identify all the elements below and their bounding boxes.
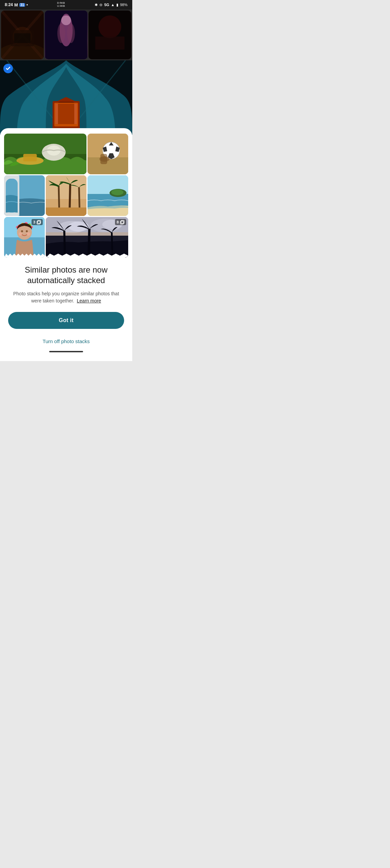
svg-point-52 [111,189,123,195]
network-5g: 5G [104,3,109,7]
girl-portrait-photo[interactable]: 3 [4,217,45,258]
top-photo-3[interactable]: ⋮ [89,11,131,59]
svg-rect-31 [23,154,37,161]
main-title: Similar photos are now automatically sta… [8,264,124,285]
battery-percent: 98% [120,3,128,7]
svg-point-9 [57,23,65,43]
svg-point-60 [21,230,23,232]
aerial-photo[interactable] [4,175,45,216]
learn-more-link[interactable]: Learn more [77,298,101,303]
time-display: 8:24 [5,2,13,7]
svg-rect-25 [74,104,77,124]
svg-line-75 [89,229,90,258]
home-indicator [0,348,132,354]
stacked-photo-grid: 3 [0,128,132,258]
got-it-button[interactable]: Got it [8,312,124,329]
bluetooth-icon: ✱ [95,3,98,7]
svg-point-14 [98,15,121,38]
home-bar [49,351,83,352]
sunset-palms-photo[interactable]: 8 [46,217,128,258]
stack-badge-3: 3 [32,219,43,225]
gmail-icon: M [14,2,18,7]
battery-icon: ▮ [116,3,118,7]
bottom-sheet: 3 [0,128,132,361]
featured-photo[interactable] [0,60,132,135]
turn-off-button[interactable]: Turn off photo stacks [0,334,132,348]
stack-badge-8: 8 [115,219,126,225]
network-stats: D:5KB U:4KB [57,2,65,8]
info-section: Similar photos are now automatically sta… [0,258,132,304]
svg-rect-36 [100,154,107,164]
svg-line-74 [64,231,65,258]
description-text: Photo stacks help you organize similar p… [8,290,124,304]
signal-dots: • [26,2,28,7]
svg-rect-24 [55,104,58,124]
top-photo-1[interactable]: ✕ 21 [1,11,44,59]
svg-point-10 [67,23,75,43]
dnd-icon: ⊖ [99,3,102,7]
svg-rect-15 [95,37,124,50]
svg-rect-6 [14,33,31,43]
svg-rect-21 [55,104,77,124]
soccer-photo[interactable] [87,134,128,174]
svg-point-62 [19,232,22,236]
svg-point-63 [27,232,30,236]
signal-bars: ▲ [111,3,115,7]
svg-rect-43 [46,175,86,199]
svg-rect-47 [46,208,86,216]
svg-line-76 [112,232,113,258]
selected-check [3,64,13,73]
palms-photo[interactable] [46,175,86,216]
top-photo-2[interactable] [45,11,87,59]
nature-wide-photo[interactable] [4,134,86,174]
status-bar: 8:24 M 31 • D:5KB U:4KB ✱ ⊖ 5G ▲ ▮ 98% [0,0,132,9]
svg-point-61 [26,230,28,232]
calendar-icon: 31 [19,3,25,7]
top-photo-strip: ✕ 21 ⋮ [0,9,132,60]
ocean-photo[interactable] [87,175,128,216]
svg-point-12 [61,15,71,25]
